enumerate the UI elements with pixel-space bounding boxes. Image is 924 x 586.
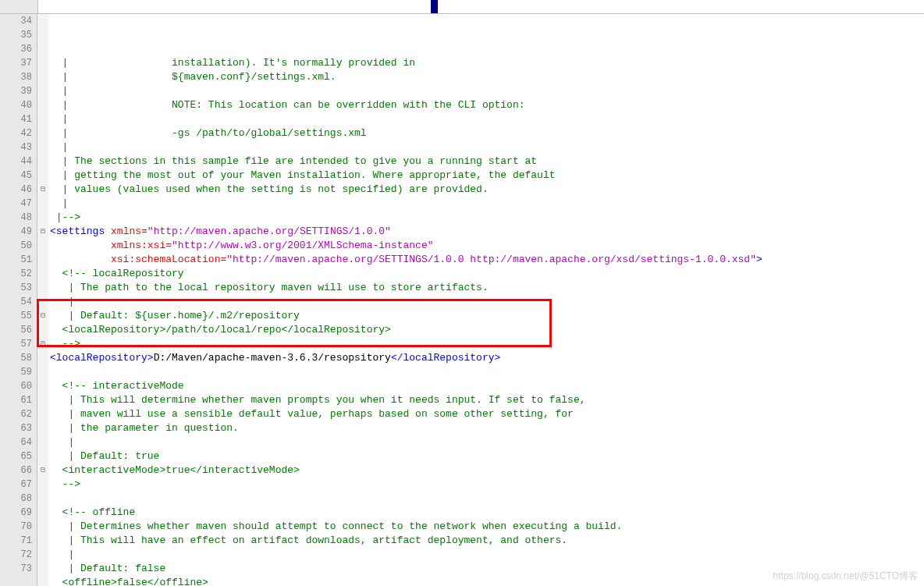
line-number: 71	[0, 534, 32, 548]
token-comment: <!-- localRepository	[62, 268, 184, 279]
fold-handle[interactable]: ⊟	[37, 337, 48, 351]
fold-handle	[37, 84, 48, 98]
code-editor[interactable]: 3435363738394041424344454647484950515253…	[0, 14, 924, 586]
token-comment: | The path to the local repository maven…	[50, 282, 489, 293]
fold-handle	[37, 126, 48, 140]
code-line[interactable]: -->	[50, 478, 924, 492]
code-line[interactable]: |-->	[50, 211, 924, 225]
token-tag: <localRepository>	[50, 352, 154, 364]
code-line[interactable]: <settings xmlns="http://maven.apache.org…	[50, 225, 924, 239]
code-line[interactable]: xsi:schemaLocation="http://maven.apache.…	[50, 253, 924, 267]
fold-handle[interactable]: ⊟	[37, 309, 48, 323]
line-number: 59	[0, 365, 32, 379]
code-line[interactable]: |	[50, 140, 924, 154]
fold-handle	[37, 211, 48, 225]
token-comment: | -gs /path/to/global/settings.xml	[50, 127, 367, 139]
token-attr: xmlns=	[111, 226, 147, 237]
line-number: 36	[0, 42, 32, 56]
code-line[interactable]	[50, 365, 924, 379]
token-attr: xsi:schemaLocation=	[111, 254, 226, 265]
code-line[interactable]: |	[50, 548, 924, 562]
code-line[interactable]: | maven will use a sensible default valu…	[50, 407, 924, 421]
code-line[interactable]	[50, 492, 924, 506]
fold-handle	[37, 478, 48, 492]
code-line[interactable]: | NOTE: This location can be overridden …	[50, 98, 924, 112]
code-area[interactable]: | installation). It's normally provided …	[48, 14, 924, 586]
fold-column[interactable]: ⊟⊟⊟⊟⊟	[37, 14, 48, 586]
line-number: 52	[0, 267, 32, 281]
fold-handle[interactable]: ⊟	[37, 463, 48, 478]
fold-handle	[37, 98, 48, 112]
code-line[interactable]: |	[50, 435, 924, 449]
line-number: 53	[0, 281, 32, 295]
token-comment: | The sections in this sample file are i…	[50, 155, 537, 167]
code-line[interactable]: | Determines whether maven should attemp…	[50, 520, 924, 534]
code-line[interactable]: <localRepository>/path/to/local/repo</lo…	[50, 323, 924, 337]
code-line[interactable]: <!-- offline	[50, 506, 924, 520]
token-comment: |	[50, 197, 68, 209]
code-line[interactable]: |	[50, 295, 924, 309]
token-comment: |-->	[50, 211, 80, 223]
token-text	[50, 240, 111, 251]
token-comment: |	[50, 296, 74, 307]
code-line[interactable]: xmlns:xsi="http://www.w3.org/2001/XMLSch…	[50, 239, 924, 253]
watermark: https://blog.csdn.net/@51CTO博客	[773, 570, 918, 583]
fold-handle	[37, 112, 48, 126]
fold-handle	[37, 295, 48, 309]
fold-handle	[37, 154, 48, 169]
token-string: "http://maven.apache.org/SETTINGS/1.0.0"	[147, 226, 391, 237]
code-line[interactable]: | Default: true	[50, 449, 924, 463]
fold-handle	[37, 351, 48, 365]
code-line[interactable]: | installation). It's normally provided …	[50, 56, 924, 70]
code-line[interactable]: |	[50, 112, 924, 126]
fold-handle[interactable]: ⊟	[37, 225, 48, 239]
line-number: 51	[0, 253, 32, 267]
fold-handle	[37, 449, 48, 463]
code-line[interactable]: | This will have an effect on artifact d…	[50, 534, 924, 548]
code-line[interactable]: <interactiveMode>true</interactiveMode>	[50, 463, 924, 478]
token-comment: | Default: false	[50, 563, 165, 574]
code-line[interactable]: | This will determine whether maven prom…	[50, 393, 924, 407]
token-comment: | getting the most out of your Maven ins…	[50, 169, 556, 181]
code-line[interactable]: |	[50, 197, 924, 211]
fold-handle	[37, 520, 48, 534]
token-tag: >	[756, 254, 762, 265]
code-line[interactable]: | the parameter in question.	[50, 421, 924, 435]
line-number: 58	[0, 351, 32, 365]
line-number: 60	[0, 379, 32, 393]
line-number: 63	[0, 421, 32, 435]
line-number: 67	[0, 478, 32, 492]
code-line[interactable]: | ${maven.conf}/settings.xml.	[50, 70, 924, 84]
fold-handle[interactable]: ⊟	[37, 183, 48, 197]
token-text: D:/Maven/apache-maven-3.6.3/resopsitory	[154, 352, 391, 364]
code-line[interactable]: | Default: ${user.home}/.m2/repository	[50, 309, 924, 323]
code-line[interactable]: | The sections in this sample file are i…	[50, 154, 924, 169]
token-comment: | Default: ${user.home}/.m2/repository	[50, 310, 300, 321]
code-line[interactable]: <!-- interactiveMode	[50, 379, 924, 393]
line-number: 61	[0, 393, 32, 407]
code-line[interactable]: <!-- localRepository	[50, 267, 924, 281]
code-line[interactable]: |	[50, 84, 924, 98]
fold-handle	[37, 197, 48, 211]
code-line[interactable]: | values (values used when the setting i…	[50, 183, 924, 197]
column-ruler: ----+----1----+----2----+----3----+----4…	[0, 0, 924, 14]
code-line[interactable]: | getting the most out of your Maven ins…	[50, 169, 924, 183]
line-number: 39	[0, 84, 32, 98]
token-comment: -->	[50, 338, 80, 350]
token-comment: <offline>false</offline>	[50, 577, 208, 586]
fold-handle	[37, 407, 48, 421]
code-line[interactable]: <localRepository>D:/Maven/apache-maven-3…	[50, 351, 924, 365]
fold-handle	[37, 534, 48, 548]
line-number: 41	[0, 112, 32, 126]
code-line[interactable]: | -gs /path/to/global/settings.xml	[50, 126, 924, 140]
token-comment: |	[50, 436, 74, 448]
token-comment: | Default: true	[50, 450, 159, 462]
code-line[interactable]: | The path to the local repository maven…	[50, 281, 924, 295]
line-number-gutter: 3435363738394041424344454647484950515253…	[0, 14, 37, 586]
token-comment: |	[50, 141, 68, 153]
token-attr: xmlns:xsi=	[111, 240, 172, 251]
code-line[interactable]: -->	[50, 337, 924, 351]
fold-handle	[37, 548, 48, 562]
fold-handle	[37, 562, 48, 576]
line-number: 47	[0, 197, 32, 211]
